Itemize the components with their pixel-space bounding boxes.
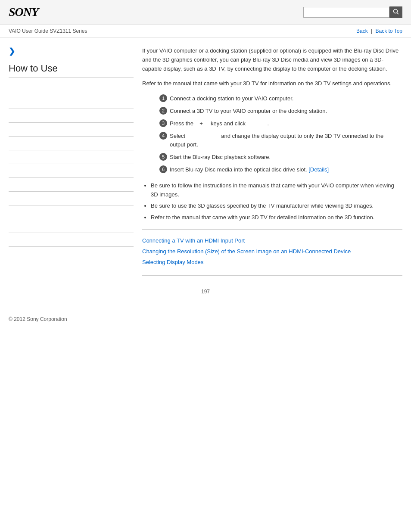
related-links-section: Connecting a TV with an HDMI Input Port … [142, 229, 402, 276]
search-area [303, 6, 402, 18]
list-item [9, 138, 134, 150]
footer: © 2012 Sony Corporation [0, 308, 411, 331]
note-item: Refer to the manual that came with your … [151, 213, 402, 222]
list-item [9, 193, 134, 205]
page-number: 197 [0, 284, 411, 299]
related-link-1[interactable]: Connecting a TV with an HDMI Input Port [142, 236, 402, 246]
search-button[interactable] [389, 6, 402, 18]
nav-separator: | [371, 28, 374, 34]
step-row: 1 Connect a docking station to your VAIO… [142, 94, 402, 103]
list-item [9, 124, 134, 137]
list-item [9, 152, 134, 164]
step-number: 3 [159, 119, 167, 127]
notes-list: Be sure to follow the instructions in th… [151, 181, 402, 222]
note-item: Be sure to use the 3D glasses specified … [151, 202, 402, 211]
search-input[interactable] [303, 7, 389, 18]
svg-line-1 [397, 12, 399, 14]
step-row: 2 Connect a 3D TV to your VAIO computer … [142, 107, 402, 116]
logo-area: SONY [9, 5, 38, 19]
intro-paragraph: If your VAIO computer or a docking stati… [142, 47, 402, 73]
step-row: 3 Press the + keys and click . [142, 119, 402, 128]
step-text: Connect a docking station to your VAIO c… [170, 94, 402, 103]
list-item [9, 235, 134, 247]
refer-text: Refer to the manual that came with your … [142, 79, 402, 88]
nav-bar: VAIO User Guide SVZ1311 Series Back | Ba… [0, 25, 411, 38]
step-row: 6 Insert Blu-ray Disc media into the opt… [142, 165, 402, 174]
content-area: If your VAIO computer or a docking stati… [142, 47, 402, 276]
step-text: Select and change the display output to … [170, 132, 402, 150]
step-number: 5 [159, 153, 167, 161]
step-number: 6 [159, 165, 167, 173]
list-item [9, 180, 134, 192]
sidebar-title: How to Use [9, 63, 134, 78]
back-to-top-link[interactable]: Back to Top [376, 28, 402, 34]
note-item: Be sure to follow the instructions in th… [151, 181, 402, 199]
step-text: Connect a 3D TV to your VAIO computer or… [170, 107, 402, 116]
back-link[interactable]: Back [356, 28, 368, 34]
list-item [9, 97, 134, 109]
details-link[interactable]: [Details] [308, 166, 329, 173]
related-link-2[interactable]: Changing the Resolution (Size) of the Sc… [142, 247, 402, 256]
sidebar: ❯ How to Use [9, 47, 134, 276]
step-text: Insert Blu-ray Disc media into the optic… [170, 165, 402, 174]
steps-container: 1 Connect a docking station to your VAIO… [142, 94, 402, 174]
step-text: Press the + keys and click . [170, 119, 402, 128]
list-item [9, 83, 134, 95]
sony-logo: SONY [9, 5, 38, 19]
list-item [9, 207, 134, 219]
svg-point-0 [394, 9, 398, 13]
copyright-text: © 2012 Sony Corporation [9, 316, 67, 322]
step-text: Start the Blu-ray Disc playback software… [170, 153, 402, 162]
list-item [9, 221, 134, 233]
list-item [9, 166, 134, 178]
main-content: ❯ How to Use If your VAIO computer or a … [0, 38, 411, 284]
step-number: 4 [159, 132, 167, 140]
step-row: 5 Start the Blu-ray Disc playback softwa… [142, 153, 402, 162]
step-number: 1 [159, 94, 167, 102]
nav-links: Back | Back to Top [356, 28, 402, 34]
breadcrumb: VAIO User Guide SVZ1311 Series [9, 28, 87, 34]
chevron-icon: ❯ [9, 47, 134, 56]
related-link-3[interactable]: Selecting Display Modes [142, 258, 402, 267]
header: SONY [0, 0, 411, 25]
list-item [9, 111, 134, 123]
step-row: 4 Select and change the display output t… [142, 132, 402, 150]
notes-section: Be sure to follow the instructions in th… [142, 181, 402, 222]
step-number: 2 [159, 107, 167, 115]
